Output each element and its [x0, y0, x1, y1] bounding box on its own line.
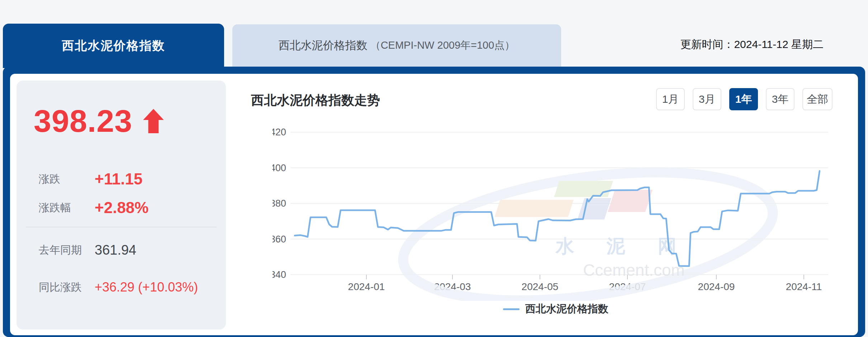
y-axis-label: 380	[272, 198, 286, 209]
svg-text:Ccement.com: Ccement.com	[583, 261, 685, 279]
tab-cempi-nw-index[interactable]: 西北水泥价格指数 （CEMPI-NW 2009年=100点）	[232, 24, 561, 67]
cement-price-index-screen: 西北水泥价格指数 西北水泥价格指数 （CEMPI-NW 2009年=100点） …	[0, 0, 868, 337]
up-arrow-icon	[143, 109, 164, 133]
change-pct-label: 涨跌幅	[39, 201, 95, 215]
stat-divider	[26, 227, 217, 227]
x-axis-label: 2024-01	[348, 281, 385, 292]
trend-chart[interactable]: 3403603804004202024-012024-032024-052024…	[272, 118, 839, 301]
change-value: +11.15	[95, 170, 142, 188]
tab-label: 西北水泥价格指数	[279, 38, 367, 53]
y-axis-label: 360	[272, 234, 286, 245]
change-label: 涨跌	[39, 172, 95, 187]
yoy-value: +36.29 (+10.03%)	[95, 280, 198, 295]
legend-item-index[interactable]: 西北水泥价格指数	[272, 302, 839, 316]
x-axis-label: 2024-09	[698, 281, 735, 292]
range-button-1m[interactable]: 1月	[656, 88, 685, 110]
last-year-row: 去年同期 361.94	[39, 242, 136, 258]
y-axis-label: 420	[272, 127, 286, 138]
trend-chart-svg[interactable]: 3403603804004202024-012024-032024-052024…	[272, 118, 839, 301]
chart-title: 西北水泥价格指数走势	[251, 92, 380, 109]
last-year-label: 去年同期	[39, 243, 95, 257]
range-button-all[interactable]: 全部	[802, 88, 833, 110]
y-axis-label: 400	[272, 163, 286, 173]
tab-label: 西北水泥价格指数	[62, 38, 165, 54]
watermark: 水 泥 网Ccement.com	[395, 152, 781, 301]
range-button-3y[interactable]: 3年	[766, 88, 795, 110]
legend-line-swatch	[503, 308, 520, 310]
last-year-value: 361.94	[95, 242, 136, 258]
x-axis-label: 2024-11	[786, 281, 822, 292]
yoy-label: 同比涨跌	[39, 280, 95, 295]
update-time: 更新时间：2024-11-12 星期二	[680, 37, 824, 52]
stat-card: 398.23 涨跌 +11.15 涨跌幅 +2.88% 去年同期 361.94 …	[16, 81, 226, 329]
range-button-1y[interactable]: 1年	[729, 88, 758, 110]
y-axis-label: 340	[272, 269, 286, 280]
svg-text:水 泥 网: 水 泥 网	[555, 236, 690, 256]
change-pct-row: 涨跌幅 +2.88%	[39, 199, 148, 217]
x-axis-label: 2024-05	[522, 281, 559, 292]
current-index-row: 398.23	[34, 103, 164, 139]
legend-label: 西北水泥价格指数	[525, 302, 608, 316]
yoy-row: 同比涨跌 +36.29 (+10.03%)	[39, 280, 198, 295]
tab-sublabel: （CEMPI-NW 2009年=100点）	[370, 38, 515, 53]
range-button-group: 1月 3月 1年 3年 全部	[656, 88, 833, 110]
change-pct-value: +2.88%	[95, 199, 148, 217]
change-row: 涨跌 +11.15	[39, 170, 142, 188]
tab-northwest-cement-price-index[interactable]: 西北水泥价格指数	[3, 24, 224, 68]
current-index-value: 398.23	[34, 103, 132, 139]
range-button-3m[interactable]: 3月	[693, 88, 721, 110]
